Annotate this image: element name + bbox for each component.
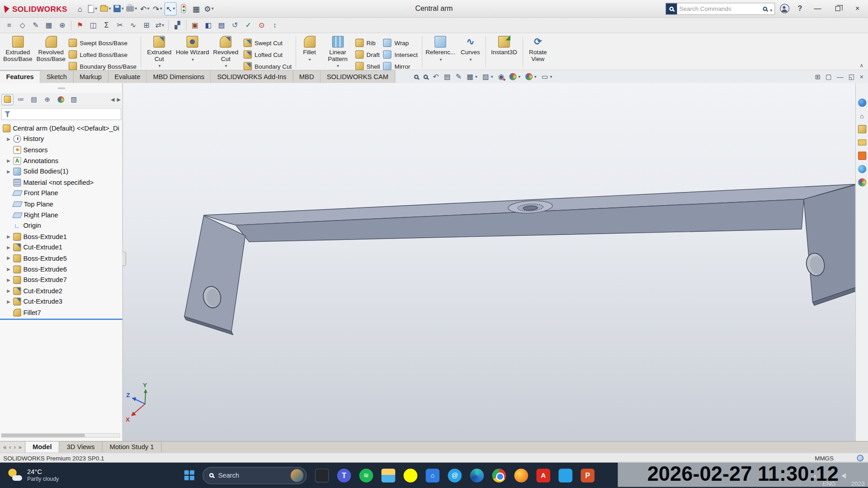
firefox-icon[interactable] [514, 469, 528, 483]
edit-appearance-icon[interactable] [525, 73, 537, 80]
sensor-icon[interactable]: ⊕ [57, 19, 68, 31]
weather-widget[interactable]: 24°C Partly cloudy [0, 468, 66, 483]
check-icon[interactable]: ✓ [242, 19, 254, 31]
section-properties-icon[interactable]: ◫ [87, 19, 99, 31]
adobe-icon[interactable]: A [537, 469, 551, 483]
doc-restore-icon[interactable]: ◱ [849, 73, 855, 80]
home-icon[interactable]: ⌂ [74, 2, 86, 15]
tab-model[interactable]: Model [25, 441, 60, 452]
panel-grip[interactable] [0, 83, 123, 93]
hole-wizard-dropdown-icon[interactable] [191, 55, 194, 63]
ribbon-collapse-icon[interactable]: ∧ [859, 62, 863, 68]
tab-sketch[interactable]: Sketch [40, 70, 73, 83]
tree-item-fillet7[interactable]: Fillet7 [0, 307, 123, 318]
tree-item-boss-extrude6[interactable]: ▶Boss-Extrude6 [0, 264, 123, 275]
fillet-dropdown-icon[interactable] [308, 55, 311, 63]
mirror-button[interactable]: Mirror [383, 62, 418, 70]
curves-dropdown-icon[interactable] [469, 55, 472, 63]
powerpoint-icon[interactable]: P [580, 469, 594, 483]
tab-mbd[interactable]: MBD [293, 70, 321, 83]
tree-filter[interactable] [1, 108, 121, 120]
boundary-boss-base-button[interactable]: Boundary Boss/Base [69, 62, 137, 70]
reference-geometry-button[interactable]: Referenc... [424, 34, 457, 70]
grid-icon[interactable]: ⊞ [141, 19, 152, 31]
restore-button[interactable] [829, 1, 846, 16]
appearances-scenes-icon[interactable] [858, 165, 866, 173]
macro-icon[interactable]: ▣ [189, 19, 201, 31]
panel-splitter-handle[interactable] [123, 252, 127, 266]
rotate-view-button[interactable]: ⟳ Rotate View [524, 34, 551, 70]
zoom-fit-icon[interactable] [414, 75, 419, 79]
mass-properties-icon[interactable]: ▦ [43, 19, 55, 31]
select-cursor-icon[interactable]: ↖ [164, 2, 177, 15]
property-manager-tab-icon[interactable]: ≔ [15, 94, 27, 105]
expand-icon[interactable]: ▶ [6, 245, 11, 250]
screenshot-tool-icon[interactable] [315, 469, 329, 483]
measure-icon[interactable]: ◇ [17, 19, 28, 31]
annotation-views-icon[interactable]: ▦ [467, 72, 477, 80]
design-library-icon[interactable] [858, 125, 866, 133]
search-dropdown-icon[interactable] [769, 4, 772, 14]
tree-root[interactable]: Central arm (Default) <<Default>_Di [0, 123, 123, 134]
expand-icon[interactable]: ▶ [6, 299, 11, 304]
doc-close-icon[interactable]: × [860, 73, 864, 80]
file-explorer-pane-icon[interactable] [858, 140, 866, 145]
tree-item-cut-extrude3[interactable]: ▶Cut-Extrude3 [0, 296, 123, 307]
shell-button[interactable]: Shell [355, 62, 380, 70]
tab-evaluate[interactable]: Evaluate [108, 70, 147, 83]
expand-icon[interactable]: ▶ [6, 256, 11, 261]
expand-icon[interactable]: ▶ [6, 136, 11, 141]
draft-button[interactable]: Draft [355, 50, 380, 58]
spline-icon[interactable]: ∿ [127, 19, 139, 31]
refresh-icon[interactable]: ↕ [269, 19, 281, 31]
redo-icon[interactable]: ↷ [151, 2, 164, 15]
graphics-area[interactable]: Y Z X [123, 83, 855, 441]
swept-cut-button[interactable]: Swept Cut [243, 39, 292, 47]
pattern-tool-icon[interactable]: ▞ [172, 19, 184, 31]
section-view-icon[interactable]: ▤ [444, 72, 451, 80]
previous-view-icon[interactable]: ↶ [433, 72, 439, 80]
tile-windows-icon[interactable]: ⊞ [815, 73, 821, 80]
first-tab-icon[interactable]: « [3, 444, 6, 450]
tree-item-right-plane[interactable]: Right Plane [0, 210, 123, 221]
hide-show-items-icon[interactable] [509, 73, 521, 80]
instant3d-button[interactable]: Instant3D [487, 34, 520, 70]
tree-item-history[interactable]: ▶History [0, 134, 123, 145]
display-tool-icon[interactable]: ▤ [216, 19, 228, 31]
display-manager-tab-icon[interactable] [55, 94, 66, 105]
lofted-cut-button[interactable]: Lofted Cut [243, 50, 292, 58]
expand-icon[interactable]: ▶ [6, 234, 11, 239]
tab-solidworks-cam[interactable]: SOLIDWORKS CAM [321, 70, 395, 83]
tree-item-cut-extrude1[interactable]: ▶Cut-Extrude1 [0, 242, 123, 253]
snapchat-icon[interactable] [404, 469, 418, 483]
search-commands-input[interactable] [679, 5, 760, 12]
dynamic-annotation-icon[interactable]: ✎ [456, 72, 462, 80]
view-orientation-icon[interactable]: ▧ [482, 72, 493, 80]
spotify-icon[interactable]: ≋ [359, 469, 373, 483]
last-tab-icon[interactable]: » [19, 444, 22, 450]
wrap-button[interactable]: Wrap [383, 39, 418, 47]
tabs-scroll-right-icon[interactable]: ▶ [117, 97, 120, 102]
tab-3d-views[interactable]: 3D Views [60, 441, 103, 452]
rebuild-icon[interactable] [177, 2, 189, 15]
lofted-boss-base-button[interactable]: Lofted Boss/Base [69, 50, 137, 58]
configuration-manager-tab-icon[interactable]: ▤ [28, 94, 40, 105]
tree-item-front-plane[interactable]: Front Plane [0, 188, 123, 199]
intersect-button[interactable]: Intersect [383, 50, 418, 58]
hole-wizard-button[interactable]: Hole Wizard [176, 34, 209, 70]
chrome-icon[interactable] [492, 469, 506, 483]
fillet-button[interactable]: Fillet [298, 34, 321, 70]
open-icon[interactable] [99, 2, 112, 15]
task-pane-home-icon[interactable]: ⌂ [858, 112, 866, 120]
linear-pattern-button[interactable]: Linear Pattern [321, 34, 354, 70]
help-icon[interactable]: ? [794, 2, 806, 15]
revolved-cut-button[interactable]: Revolved Cut [209, 34, 242, 70]
tab-features[interactable]: Features [0, 70, 40, 83]
tree-item-boss-extrude5[interactable]: ▶Boss-Extrude5 [0, 253, 123, 264]
taskbar-search[interactable]: Search [203, 467, 307, 484]
feature-manager-tab-icon[interactable] [2, 94, 14, 105]
file-explorer-icon[interactable] [382, 469, 396, 483]
new-document-icon[interactable] [87, 2, 99, 15]
command-search[interactable] [665, 3, 775, 15]
save-icon[interactable] [113, 2, 125, 15]
